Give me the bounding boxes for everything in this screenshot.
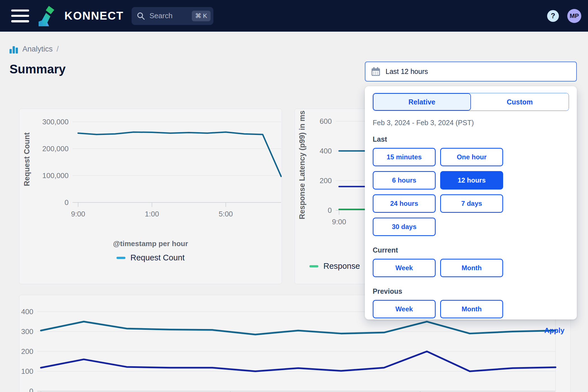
svg-text:200: 200 bbox=[320, 176, 332, 185]
option-6-hours[interactable]: 6 hours bbox=[373, 171, 436, 190]
svg-text:400: 400 bbox=[320, 147, 332, 155]
legend-swatch bbox=[116, 257, 125, 259]
apply-button[interactable]: Apply bbox=[544, 326, 564, 335]
svg-text:300: 300 bbox=[21, 327, 33, 336]
svg-text:9:00: 9:00 bbox=[332, 218, 346, 226]
option-30-days[interactable]: 30 days bbox=[373, 218, 436, 236]
legend-label: Response bbox=[323, 262, 360, 271]
svg-text:200: 200 bbox=[21, 347, 33, 356]
option-week[interactable]: Week bbox=[373, 259, 436, 277]
breadcrumb-separator: / bbox=[57, 45, 59, 53]
legend-item[interactable]: Request Count bbox=[116, 253, 185, 262]
page-title: Summary bbox=[10, 62, 66, 76]
svg-text:0: 0 bbox=[29, 387, 33, 392]
option-7-days[interactable]: 7 days bbox=[440, 194, 503, 213]
svg-text:5:00: 5:00 bbox=[219, 210, 233, 218]
option-one-hour[interactable]: One hour bbox=[440, 148, 503, 166]
selected-range-text: Feb 3, 2024 - Feb 3, 2024 (PST) bbox=[373, 119, 569, 127]
request-count-card: 0100,000200,000300,0009:001:005:00 Reque… bbox=[19, 109, 282, 284]
tab-relative[interactable]: Relative bbox=[373, 93, 471, 111]
option-15-minutes[interactable]: 15 minutes bbox=[373, 148, 436, 166]
global-search[interactable]: ⌘ K bbox=[132, 7, 213, 25]
svg-text:100,000: 100,000 bbox=[42, 171, 69, 180]
svg-text:200,000: 200,000 bbox=[42, 144, 69, 153]
date-range-value: Last 12 hours bbox=[386, 67, 428, 76]
option-month[interactable]: Month bbox=[440, 259, 503, 277]
svg-text:0: 0 bbox=[65, 198, 69, 207]
svg-text:100: 100 bbox=[21, 367, 33, 375]
option-12-hours[interactable]: 12 hours bbox=[440, 171, 503, 190]
hamburger-menu-icon[interactable] bbox=[11, 10, 29, 22]
svg-text:9:00: 9:00 bbox=[71, 210, 85, 218]
current-options-group: WeekMonth bbox=[373, 259, 569, 277]
calendar-icon bbox=[371, 67, 381, 76]
option-24-hours[interactable]: 24 hours bbox=[373, 194, 436, 213]
svg-text:400: 400 bbox=[21, 307, 33, 316]
svg-text:1:00: 1:00 bbox=[145, 210, 159, 218]
svg-text:600: 600 bbox=[320, 117, 332, 125]
tab-custom[interactable]: Custom bbox=[471, 93, 569, 111]
breadcrumb: Analytics / bbox=[10, 45, 59, 53]
date-range-trigger[interactable]: Last 12 hours bbox=[365, 62, 577, 81]
search-shortcut-badge: ⌘ K bbox=[192, 11, 211, 21]
search-input[interactable] bbox=[150, 11, 192, 20]
help-icon[interactable]: ? bbox=[547, 10, 559, 22]
svg-text:300,000: 300,000 bbox=[42, 118, 69, 126]
avatar[interactable]: MP bbox=[567, 9, 581, 23]
section-heading-previous: Previous bbox=[373, 287, 569, 295]
option-week[interactable]: Week bbox=[373, 300, 436, 318]
kong-logo-icon bbox=[36, 4, 58, 27]
brand-link[interactable]: KONNECT bbox=[36, 4, 124, 27]
legend-swatch bbox=[309, 265, 318, 267]
legend-item[interactable]: Response bbox=[309, 262, 360, 271]
response-latency-ylabel: Response Latency (p99) in ms bbox=[298, 111, 307, 220]
section-heading-last: Last bbox=[373, 135, 569, 143]
request-count-xlabel: @timestamp per hour bbox=[19, 239, 282, 248]
svg-text:0: 0 bbox=[328, 206, 332, 214]
date-range-dropdown: Relative Custom Feb 3, 2024 - Feb 3, 202… bbox=[365, 86, 577, 319]
request-count-legend: Request Count bbox=[19, 253, 282, 262]
option-month[interactable]: Month bbox=[440, 300, 503, 318]
analytics-bars-icon bbox=[10, 45, 18, 53]
search-icon bbox=[137, 12, 145, 20]
section-heading-current: Current bbox=[373, 246, 569, 254]
last-options-group: 15 minutesOne hour6 hours12 hours24 hour… bbox=[373, 148, 569, 236]
request-count-ylabel: Request Count bbox=[23, 132, 31, 186]
response-latency-legend: Response bbox=[309, 262, 360, 271]
brand-name: KONNECT bbox=[64, 10, 124, 22]
breadcrumb-analytics-link[interactable]: Analytics bbox=[22, 45, 53, 53]
top-navbar: KONNECT ⌘ K ? MP bbox=[0, 0, 588, 32]
previous-options-group: WeekMonth bbox=[373, 300, 569, 318]
legend-label: Request Count bbox=[130, 253, 185, 262]
date-mode-tabs: Relative Custom bbox=[373, 93, 569, 111]
